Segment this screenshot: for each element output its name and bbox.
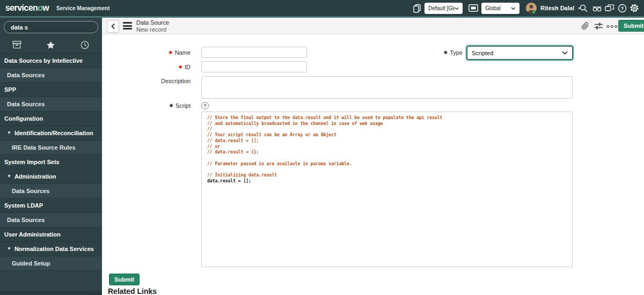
sidebar-item[interactable]: ▼Administration <box>0 169 102 184</box>
script-code-line: // Your script result can be an Array or… <box>207 132 572 138</box>
attachment-paperclip-icon[interactable] <box>581 18 589 34</box>
script-code-line <box>207 167 572 173</box>
script-code-line: // data.result = []; <box>207 138 572 144</box>
script-code-line: // Initializing data.result <box>207 173 572 179</box>
sidebar-item-label: System Import Sets <box>4 155 60 169</box>
form-header-bar: Data Source New record ooo Submit <box>102 18 644 34</box>
navigator-search-box <box>4 21 98 33</box>
form-title-block: Data Source New record <box>136 19 169 33</box>
star-icon <box>46 41 55 49</box>
collapse-triangle-icon: ▼ <box>7 169 11 183</box>
type-field-label: ✱Type <box>398 49 463 56</box>
sidebar-item[interactable]: IRE Data Source Rules <box>0 141 102 155</box>
svg-text:?: ? <box>620 5 624 11</box>
sidebar-item[interactable]: Data Sources <box>0 184 102 198</box>
script-editor[interactable]: // Store the final output to the data.re… <box>201 112 573 267</box>
user-name: Ritesh Dalal <box>540 5 574 11</box>
form-body: ✱Name ✱ID Description ✱Script ? // Store… <box>102 34 644 295</box>
script-code-line: // Store the final output to the data.re… <box>207 115 572 121</box>
type-select[interactable]: Scripted <box>467 46 573 60</box>
sidebar-item[interactable]: ▼Identification/Reconciliation <box>0 126 102 141</box>
sidebar-item-label: Guided Setup <box>12 256 50 270</box>
chevron-down-icon <box>455 7 459 10</box>
user-avatar <box>526 3 537 13</box>
script-field-label: ✱Script <box>126 102 191 109</box>
sidebar-item-label: Data Sources by Intellective <box>4 54 83 68</box>
sidebar-item-label: Data Sources <box>12 184 49 198</box>
sidebar-menu: Data Sources by IntellectiveData Sources… <box>0 54 102 271</box>
sidebar-item[interactable]: Guided Setup <box>0 256 102 271</box>
name-field-label: ✱Name <box>126 49 191 56</box>
form-title: Data Source <box>136 19 169 26</box>
navigator-search-input[interactable] <box>8 24 96 31</box>
product-label: Service Management <box>56 5 110 11</box>
impersonate-glasses-icon[interactable] <box>590 0 603 16</box>
settings-gear-icon[interactable] <box>628 0 641 16</box>
servicenow-logo[interactable]: servicenow <box>5 3 49 13</box>
collapse-triangle-icon: ▼ <box>7 126 11 140</box>
script-code-line: // and automatically broadcasted in the … <box>207 121 572 127</box>
clock-icon <box>80 41 89 49</box>
script-help-icon[interactable]: ? <box>201 102 209 109</box>
sidebar-item[interactable]: User Administration <box>0 227 102 242</box>
sidebar-item-label: SPP <box>4 83 16 97</box>
chevron-down-icon <box>562 51 568 55</box>
sidebar-item[interactable]: Data Sources by Intellective <box>0 54 102 68</box>
id-field-label: ✱ID <box>126 64 191 70</box>
top-banner: servicenow Service Management Default [G… <box>0 0 644 16</box>
mandatory-asterisk-icon: ✱ <box>169 103 173 108</box>
back-button[interactable] <box>107 20 119 33</box>
application-scope-picker[interactable]: Global <box>481 3 519 14</box>
mandatory-asterisk-icon: ✱ <box>178 64 182 70</box>
sidebar-item-label: Identification/Reconciliation <box>14 126 93 140</box>
personalize-form-sliders-icon[interactable] <box>594 18 603 34</box>
tab-favorites[interactable] <box>34 36 68 53</box>
script-code-line: // <box>207 127 572 132</box>
sidebar-item-label: IRE Data Source Rules <box>12 141 76 154</box>
chevron-down-icon <box>511 7 516 10</box>
navigator-search-row <box>0 18 102 36</box>
update-set-pages-icon[interactable] <box>411 0 423 16</box>
form-subtitle: New record <box>136 26 169 33</box>
tab-all-applications[interactable] <box>0 36 34 53</box>
description-textarea[interactable] <box>201 76 573 99</box>
name-input[interactable] <box>201 47 307 58</box>
related-links-heading: Related Links <box>108 287 157 295</box>
sidebar-item[interactable]: Data Sources <box>0 213 102 227</box>
filter-navigator-sidebar: Data Sources by IntellectiveData Sources… <box>0 18 102 295</box>
id-input[interactable] <box>201 61 307 72</box>
sidebar-item-label: Normalization Data Services <box>14 242 94 256</box>
submit-button-header[interactable]: Submit <box>618 20 644 32</box>
update-set-picker[interactable]: Default [Glo <box>425 3 463 14</box>
sidebar-item[interactable]: Configuration <box>0 112 102 126</box>
connect-chat-icon[interactable] <box>603 0 616 16</box>
help-icon[interactable]: ? <box>616 0 628 16</box>
script-code-line: // data.result = {}; <box>207 150 572 156</box>
sidebar-item-label: Data Sources <box>7 97 45 111</box>
tab-history[interactable] <box>68 36 102 53</box>
collapse-triangle-icon: ▼ <box>7 242 11 256</box>
more-options-button[interactable]: ooo <box>606 18 619 34</box>
sidebar-item-label: User Administration <box>4 227 61 241</box>
script-code-line: // Parameter passed in are availavle in … <box>207 161 572 167</box>
back-chevron-icon <box>111 23 116 30</box>
sidebar-item[interactable]: System LDAP <box>0 198 102 213</box>
sidebar-item-label: Configuration <box>4 112 43 126</box>
type-select-value: Scripted <box>472 50 493 56</box>
sidebar-item-label: System LDAP <box>4 198 43 212</box>
form-context-menu-icon[interactable] <box>123 22 132 30</box>
sidebar-item[interactable]: Data Sources <box>0 97 102 112</box>
mandatory-asterisk-icon: ✱ <box>169 50 173 55</box>
app-window: servicenow Service Management Default [G… <box>0 0 644 295</box>
application-picker-icon[interactable] <box>467 0 480 16</box>
presence-dot <box>532 10 536 14</box>
sidebar-item[interactable]: System Import Sets <box>0 155 102 169</box>
user-menu[interactable]: Ritesh Dalal ▾ <box>526 0 580 16</box>
script-code-line: data.result = []; <box>207 179 572 185</box>
sidebar-item[interactable]: ▼Normalization Data Services <box>0 242 102 256</box>
sidebar-item[interactable]: SPP <box>0 83 102 97</box>
sidebar-item[interactable]: Data Sources <box>0 68 102 83</box>
script-code-line <box>207 156 572 161</box>
submit-button-bottom[interactable]: Submit <box>109 274 140 285</box>
search-icon[interactable] <box>577 0 589 16</box>
